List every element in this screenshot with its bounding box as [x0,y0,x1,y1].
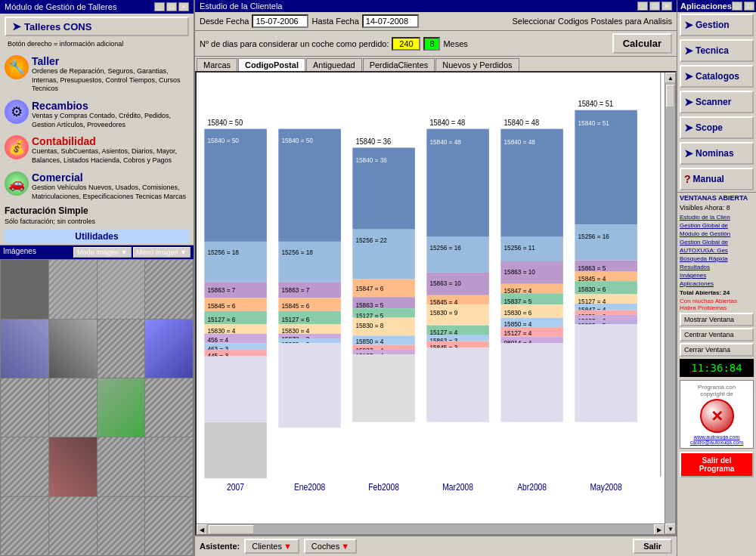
image-cell-16 [145,437,193,496]
scope-arrow-icon: ➤ [684,122,693,134]
image-cell-8 [145,320,193,378]
svg-rect-104 [575,224,637,260]
clientes-label: Clientes [252,542,282,551]
catalogos-label: Catalogos [696,71,739,82]
calcular-button[interactable]: Calcular [612,33,672,54]
comercial-icon: 🚗 [5,171,29,196]
scroll-up-button[interactable]: ▲ [665,73,675,83]
sidebar-header-buttons: _ □ × [154,2,189,11]
nominas-button[interactable]: ➤ Nominas [680,142,754,165]
copyright-text: copyright de [700,391,733,397]
vertical-scrollbar[interactable]: ▲ ▼ [665,73,675,534]
facturacion-title: Facturación Simple [0,204,194,218]
meses-input[interactable] [423,37,440,51]
tab-perdidaclientes[interactable]: PerdidaClientes [363,58,435,71]
ventana-item-2[interactable]: Gestion Global de [680,221,754,230]
con-muchas-warning: Con muchas AbiertasHabra Problemas [677,297,756,312]
ventana-item-7[interactable]: Resultados [680,263,754,271]
modo-imagen-button[interactable]: Modo Imagen ▼ [73,247,131,258]
main-window-buttons: _ □ × [637,2,672,11]
logo-url-1[interactable]: www.autoxuga.com [694,434,740,440]
salir-button[interactable]: Salir [633,539,672,554]
tab-codigopostal[interactable]: CodigoPostal [238,58,305,71]
contabilidad-desc: Cuentas, SubCuentas, Asientos, Diarios, … [32,147,189,165]
scanner-button[interactable]: ➤ Scanner [680,91,754,113]
image-cell-17 [1,497,48,555]
mostrar-ventana-button[interactable]: Mostrar Ventana [680,313,754,326]
scroll-down-button[interactable]: ▼ [665,524,675,534]
horizontal-scrollbar[interactable]: ◀ ▶ [197,524,665,534]
ventana-item-1[interactable]: Estudio de la Clien [680,213,754,221]
svg-text:15830 = 9: 15830 = 9 [429,308,457,317]
ventana-item-5[interactable]: AUTOXUGA: Ges [680,246,754,255]
from-date-input[interactable] [252,14,308,28]
svg-text:15863 = 7: 15863 = 7 [207,286,235,294]
main-minimize-button[interactable]: _ [637,2,648,11]
coches-button[interactable]: Coches ▼ [304,539,357,554]
svg-text:15850 = 4: 15850 = 4 [355,338,383,346]
ventana-item-6[interactable]: Búsqueda Rápida [680,255,754,263]
programa-text: Programa con [698,384,736,391]
svg-text:15863 = 5: 15863 = 5 [578,264,606,273]
svg-text:15840 = 36: 15840 = 36 [355,137,391,146]
catalogos-button[interactable]: ➤ Catalogos [680,65,754,88]
svg-rect-99 [500,343,563,422]
manual-button[interactable]: ? Manual [680,168,754,190]
tecnica-button[interactable]: ➤ Tecnica [680,39,754,62]
clientes-button[interactable]: Clientes ▼ [244,539,299,554]
svg-text:May2008: May2008 [590,483,621,493]
tab-marcas[interactable]: Marcas [197,58,237,71]
svg-text:15830 = 8: 15830 = 8 [355,322,383,330]
tab-nuevosperdidos[interactable]: Nuevos y Perdidos [435,58,519,71]
maximize-button[interactable]: □ [166,2,177,11]
minimize-button[interactable]: _ [154,2,165,11]
ventana-item-8[interactable]: Imágenes [680,271,754,280]
comercial-section-item: 🚗 Comercial Gestion Vehículos Nuevos, Us… [0,168,194,204]
svg-text:Abr2008: Abr2008 [517,483,547,493]
contabilidad-title: Contabilidad [32,135,189,147]
tab-antiguedad[interactable]: Antiguedad [306,58,362,71]
from-date-label: Desde Fecha [200,17,249,26]
svg-text:15840 = 50: 15840 = 50 [207,137,238,145]
scroll-left-button[interactable]: ◀ [197,524,207,534]
manual-question-icon: ? [684,173,691,185]
to-date-label: Hasta Fecha [311,17,358,26]
days-input[interactable] [392,37,420,51]
scroll-right-button[interactable]: ▶ [654,524,665,534]
svg-rect-59 [352,354,415,422]
menu-imagen-button[interactable]: Menú Imagen ▼ [133,247,191,258]
scope-label: Scope [696,122,723,133]
svg-text:15850 = 4: 15850 = 4 [503,320,531,328]
gestion-button[interactable]: ➤ Gestion [680,14,754,36]
talleres-cons-button[interactable]: ➤ Talleres CONS [5,17,189,36]
ventana-item-4[interactable]: Gestion Global de [680,238,754,246]
close-button[interactable]: × [178,2,189,11]
utilidades-button[interactable]: Utilidades [5,230,189,243]
vscroll-thumb[interactable] [666,85,674,107]
svg-text:15847 = 6: 15847 = 6 [355,284,383,292]
svg-text:Feb2008: Feb2008 [368,483,399,493]
bar-chart: 15840 = 50 15256 = 18 15863 = 7 15845 = … [197,73,665,524]
image-cell-7 [98,320,145,378]
ventana-item-9[interactable]: Aplicaciones [680,280,754,288]
contabilidad-section-item: 💰 Contabilidad Cuentas, SubCuentas, Asie… [0,132,194,168]
ventana-item-3[interactable]: Módulo de Gestión [680,230,754,238]
main-maximize-button[interactable]: □ [649,2,660,11]
image-cell-14 [49,437,97,496]
main-close-button[interactable]: × [662,2,672,11]
image-cell-1 [1,260,48,318]
hscroll-thumb[interactable] [209,525,254,534]
to-date-input[interactable] [362,14,419,28]
salir-programa-button[interactable]: Salir del Programa [680,452,754,477]
ventanas-label: VENTANAS ABIERTA [677,192,756,203]
right-maximize-button[interactable]: □ [744,2,754,11]
centrar-ventana-button[interactable]: Centrar Ventana [680,328,754,341]
cerrar-ventana-button[interactable]: Cerrar Ventana [680,343,754,357]
visibles-info: Visibles Ahora: 8 [677,203,756,212]
logo-url-2[interactable]: castro@autoxuga.com [690,440,743,445]
right-minimize-button[interactable]: _ [732,2,742,11]
svg-text:15840 = 48: 15840 = 48 [429,137,460,146]
svg-text:15840 = 51: 15840 = 51 [578,119,609,127]
svg-text:15840 = 51: 15840 = 51 [578,99,613,108]
scope-button[interactable]: ➤ Scope [680,116,754,139]
